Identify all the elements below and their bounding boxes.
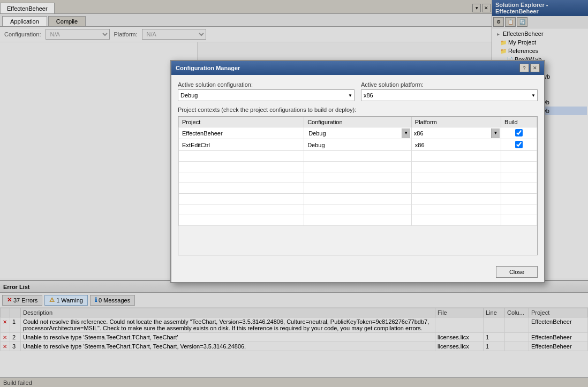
active-solution-platform-wrapper: x86 Any CPU x64 ▼ — [361, 89, 538, 101]
modal-footer: Close — [171, 262, 544, 282]
help-button[interactable]: ? — [519, 64, 529, 72]
platform-cell-exteditctrl: x86 — [411, 139, 501, 151]
platform-dropdown-cell-effectenbeheer[interactable]: x86 ▼ — [411, 127, 501, 139]
th-platform: Platform — [411, 117, 501, 127]
build-checkbox-effectenbeheer[interactable] — [515, 129, 523, 136]
th-configuration: Configuration — [304, 117, 412, 127]
active-solution-config-group: Active solution configuration: Debug Rel… — [178, 81, 355, 101]
project-table-wrapper[interactable]: Project Configuration Platform Build Eff… — [178, 116, 538, 255]
project-contexts-label: Project contexts (check the project conf… — [178, 107, 538, 113]
empty-row-4 — [179, 183, 537, 194]
config-dropdowns-row: Active solution configuration: Debug Rel… — [178, 81, 538, 101]
ide-background: Document Outline 📌 ✕ There are no items … — [0, 0, 588, 387]
platform-value-effectenbeheer: x86 — [412, 130, 424, 136]
config-select-effectenbeheer[interactable]: Debug Release — [304, 127, 411, 139]
empty-row-1 — [179, 151, 537, 162]
th-project: Project — [179, 117, 304, 127]
empty-row-6 — [179, 204, 537, 215]
empty-row-3 — [179, 172, 537, 183]
modal-controls: ? ✕ — [519, 64, 540, 72]
empty-row-2 — [179, 162, 537, 172]
project-name-effectenbeheer: EffectenBeheer — [179, 127, 304, 139]
modal-title: Configuration Manager — [176, 65, 240, 71]
build-cell-effectenbeheer — [501, 127, 537, 139]
build-cell-exteditctrl — [501, 139, 537, 151]
project-row-exteditctrl[interactable]: ExtEditCtrl Debug x86 — [179, 139, 537, 151]
active-solution-platform-group: Active solution platform: x86 Any CPU x6… — [361, 81, 538, 101]
close-dialog-button[interactable]: Close — [496, 266, 538, 278]
modal-titlebar: Configuration Manager ? ✕ — [171, 61, 544, 75]
project-table-header-row: Project Configuration Platform Build — [179, 117, 537, 127]
empty-row-7 — [179, 215, 537, 226]
config-dropdown-cell-effectenbeheer[interactable]: Debug Release ▼ — [304, 127, 412, 139]
project-table: Project Configuration Platform Build Eff… — [178, 117, 537, 226]
modal-content: Active solution configuration: Debug Rel… — [171, 75, 544, 262]
close-modal-button[interactable]: ✕ — [530, 64, 540, 72]
platform-cell-arrow-effectenbeheer: ▼ — [491, 128, 500, 138]
project-name-exteditctrl: ExtEditCtrl — [179, 139, 304, 151]
config-cell-exteditctrl: Debug — [304, 139, 412, 151]
empty-row-5 — [179, 194, 537, 204]
build-checkbox-exteditctrl[interactable] — [515, 141, 523, 148]
configuration-manager-dialog: Configuration Manager ? ✕ Active solutio… — [170, 60, 545, 283]
active-solution-platform-select[interactable]: x86 Any CPU x64 — [361, 89, 538, 101]
active-solution-platform-label: Active solution platform: — [361, 81, 538, 88]
th-build: Build — [501, 117, 537, 127]
active-solution-config-wrapper: Debug Release ▼ — [178, 89, 355, 101]
project-row-effectenbeheer[interactable]: EffectenBeheer Debug Release ▼ x86 ▼ — [179, 127, 537, 139]
active-solution-config-select[interactable]: Debug Release — [178, 89, 355, 101]
active-solution-config-label: Active solution configuration: — [178, 81, 355, 88]
